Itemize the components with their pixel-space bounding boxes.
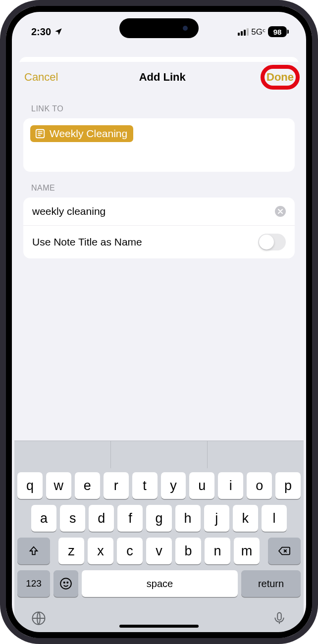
key-p[interactable]: p [275, 472, 301, 499]
key-j[interactable]: j [204, 505, 229, 532]
key-y[interactable]: y [161, 472, 186, 499]
key-u[interactable]: u [189, 472, 214, 499]
key-v[interactable]: v [146, 538, 172, 564]
svg-point-6 [67, 582, 68, 583]
battery-indicator: 98 [268, 26, 287, 37]
svg-point-4 [60, 578, 71, 589]
key-f[interactable]: f [117, 505, 143, 532]
backspace-key[interactable] [268, 538, 301, 564]
use-title-toggle-label: Use Note Title as Name [32, 236, 142, 248]
clear-name-button[interactable] [275, 206, 286, 217]
key-x[interactable]: x [88, 538, 113, 564]
close-icon [278, 209, 283, 214]
accessory-segment[interactable] [14, 441, 111, 468]
key-d[interactable]: d [89, 505, 114, 532]
linked-note-name: Weekly Cleaning [50, 128, 127, 140]
note-icon [35, 128, 46, 139]
cancel-button[interactable]: Cancel [24, 71, 58, 84]
name-card: Use Note Title as Name [23, 198, 295, 258]
key-q[interactable]: q [17, 472, 43, 499]
key-z[interactable]: z [58, 538, 84, 564]
emoji-key[interactable] [53, 570, 78, 597]
dynamic-island [119, 18, 199, 38]
linkto-card[interactable]: Weekly Cleaning [23, 118, 295, 172]
modal-title: Add Link [139, 71, 186, 84]
key-o[interactable]: o [247, 472, 272, 499]
return-key[interactable]: return [241, 570, 301, 597]
keyboard-accessory-bar [14, 441, 304, 468]
backspace-icon [278, 545, 291, 556]
svg-point-5 [64, 582, 65, 583]
globe-icon[interactable] [31, 611, 46, 626]
cellular-signal-icon [238, 28, 249, 36]
key-m[interactable]: m [234, 538, 260, 564]
dictation-icon[interactable] [272, 611, 287, 626]
shift-key[interactable] [17, 538, 50, 564]
use-title-toggle[interactable] [258, 234, 286, 250]
key-t[interactable]: t [132, 472, 158, 499]
keyboard: qwertyuiop asdfghjkl zxcvbnm 123 [14, 441, 304, 633]
shift-icon [28, 545, 39, 556]
key-i[interactable]: i [218, 472, 243, 499]
accessory-segment[interactable] [111, 441, 208, 468]
key-r[interactable]: r [104, 472, 129, 499]
key-w[interactable]: w [46, 472, 71, 499]
numbers-key[interactable]: 123 [17, 570, 50, 597]
home-indicator[interactable] [119, 625, 199, 628]
key-a[interactable]: a [31, 505, 56, 532]
linkto-section-label: LINK TO [14, 93, 304, 118]
space-key[interactable]: space [82, 570, 238, 597]
key-e[interactable]: e [75, 472, 100, 499]
name-input[interactable] [32, 205, 275, 217]
key-g[interactable]: g [146, 505, 171, 532]
accessory-segment[interactable] [208, 441, 304, 468]
network-label: 5Gᶜ [251, 27, 265, 37]
emoji-icon [59, 577, 72, 590]
location-icon [54, 27, 63, 36]
key-h[interactable]: h [175, 505, 201, 532]
modal-navbar: Cancel Add Link Done [14, 62, 304, 93]
key-b[interactable]: b [175, 538, 201, 564]
linked-note-chip[interactable]: Weekly Cleaning [30, 125, 133, 142]
done-button[interactable]: Done [266, 71, 294, 83]
key-s[interactable]: s [60, 505, 85, 532]
status-time: 2:30 [31, 26, 51, 38]
key-l[interactable]: l [262, 505, 287, 532]
key-n[interactable]: n [205, 538, 230, 564]
svg-rect-8 [277, 613, 281, 620]
name-section-label: NAME [14, 172, 304, 198]
key-k[interactable]: k [233, 505, 258, 532]
add-link-modal: Cancel Add Link Done LINK TO Weekly Clea… [14, 62, 304, 633]
key-c[interactable]: c [117, 538, 143, 564]
